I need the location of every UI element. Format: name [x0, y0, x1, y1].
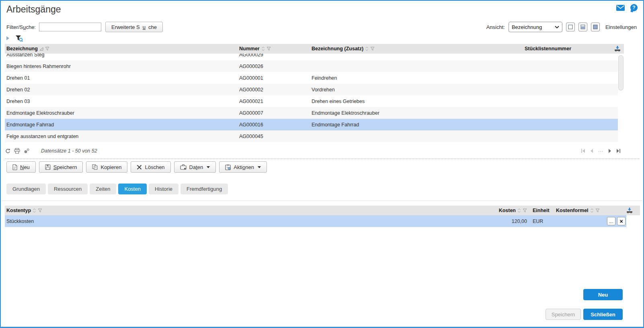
table-row[interactable]: Endmontage Elektroschrauber AG000007 End…	[5, 107, 618, 119]
page-ellipsis[interactable]: ...	[598, 147, 603, 153]
view-select[interactable]: Bezeichnung	[509, 22, 562, 32]
cell-nummer: AG000045	[239, 134, 312, 139]
cell-bezeichnung: Drehen 01	[6, 75, 239, 81]
filter-funnel-icon[interactable]	[370, 47, 375, 51]
window-icons: ?	[616, 4, 638, 11]
column-header-kostentyp[interactable]: Kostentyp	[6, 208, 479, 213]
new-button[interactable]: Neu	[6, 161, 36, 173]
scrollbar-thumb[interactable]	[618, 55, 623, 91]
settings-link[interactable]: Einstellungen	[605, 24, 637, 30]
sort-updown-icon	[517, 208, 521, 213]
filter-input[interactable]	[39, 23, 101, 31]
column-label: Kostenformel	[556, 208, 589, 213]
formula-ellipsis-button[interactable]: ...	[607, 217, 615, 225]
export-icon[interactable]	[626, 208, 633, 213]
tab-historie[interactable]: Historie	[149, 184, 178, 194]
first-page-button[interactable]	[581, 149, 585, 153]
detail-tabs: Grundlagen Ressourcen Zeiten Kosten Hist…	[6, 184, 228, 194]
clipboard-gear-icon	[225, 164, 231, 170]
tab-grundlagen[interactable]: Grundlagen	[6, 184, 46, 194]
cell-nummer: AG000021	[239, 99, 312, 104]
chevron-down-icon	[555, 26, 559, 29]
view-label: Ansicht:	[486, 24, 505, 30]
actions-menu-button[interactable]: Aktionen	[219, 161, 267, 173]
table-export-cell	[614, 46, 624, 52]
table-row[interactable]: Drehen 02 AG000002 Vordrehen	[5, 84, 618, 95]
advanced-search-button[interactable]: Erweiterte Suche	[105, 22, 163, 32]
column-header-nummer[interactable]: Nummer	[239, 46, 312, 52]
panel-new-button[interactable]: Neu	[583, 289, 623, 300]
last-page-button[interactable]	[616, 149, 621, 153]
costs-table-header: Kostentyp Kosten Einheit Kostenformel	[5, 206, 640, 215]
tab-ressourcen[interactable]: Ressourcen	[48, 184, 88, 194]
next-page-button[interactable]	[608, 149, 611, 153]
table-row[interactable]: Ausstanzen Steg AG000029	[5, 54, 618, 60]
sort-updown-icon	[33, 208, 36, 213]
filter-funnel-icon[interactable]	[267, 47, 271, 51]
clear-formula-button[interactable]: ×	[617, 217, 626, 225]
filter-funnel-icon[interactable]	[38, 208, 42, 212]
sort-updown-icon	[365, 47, 369, 51]
filter-funnel-icon[interactable]	[523, 208, 527, 212]
table-row[interactable]: Biegen hinteres Rahmenrohr AG000026	[5, 60, 618, 72]
tab-zeiten[interactable]: Zeiten	[90, 184, 116, 194]
column-label: Kostentyp	[6, 208, 31, 213]
copy-button-label: Kopieren	[100, 164, 121, 170]
view-mode-detail-button[interactable]	[591, 23, 600, 31]
delete-button[interactable]: Löschen	[131, 161, 170, 173]
table-rows: Ausstanzen Steg AG000029 Biegen hinteres…	[5, 54, 618, 142]
table-row[interactable]: Felge ausstanzen und entgraten AG000045	[5, 130, 618, 142]
vertical-scrollbar[interactable]	[618, 54, 624, 146]
cell-bezeichnung-zusatz: Vordrehen	[312, 87, 517, 93]
cost-type-cell: Stückkosten	[6, 219, 479, 224]
separator	[5, 159, 639, 159]
cell-nummer: AG000029	[239, 54, 312, 58]
column-header-stuecklistennummer[interactable]: Stücklistennummer	[517, 46, 614, 52]
cost-value-cell: 120,00	[479, 219, 527, 224]
delete-button-label: Löschen	[145, 164, 164, 170]
export-icon[interactable]	[614, 46, 621, 52]
save-icon	[45, 164, 51, 170]
mail-icon[interactable]	[616, 5, 625, 11]
cell-nummer: AG000002	[239, 87, 312, 93]
operations-table-body: Ausstanzen Steg AG000029 Biegen hinteres…	[5, 54, 624, 146]
cell-bezeichnung-zusatz: Endmontage Elektroschrauber	[312, 110, 517, 116]
gears-icon[interactable]	[24, 148, 30, 154]
column-header-kostenformel[interactable]: Kostenformel	[556, 208, 626, 213]
tab-kosten[interactable]: Kosten	[118, 184, 146, 194]
column-header-kosten[interactable]: Kosten	[479, 208, 527, 213]
column-header-bezeichnung-zusatz[interactable]: Bezeichnung (Zusatz)	[312, 46, 517, 52]
filter-search-icon[interactable]	[15, 35, 23, 42]
column-header-einheit[interactable]: Einheit	[527, 208, 556, 213]
filter-funnel-icon[interactable]	[595, 208, 600, 212]
cost-row[interactable]: Stückkosten 120,00 EUR ... ×	[5, 215, 626, 227]
view-mode-split-button[interactable]	[578, 23, 587, 31]
filter-funnel-icon[interactable]	[45, 47, 49, 51]
operations-table-header: Bezeichnung Nummer Bezeichnung (Zusatz) …	[5, 44, 624, 54]
save-button[interactable]: Speichern	[39, 161, 83, 173]
copy-button[interactable]: Kopieren	[86, 161, 127, 173]
prev-page-button[interactable]	[590, 149, 593, 153]
table-row[interactable]: Drehen 01 AG000001 Feindrehen	[5, 72, 618, 84]
x-icon	[137, 165, 142, 170]
data-menu-button[interactable]: Daten	[174, 161, 216, 173]
print-icon[interactable]	[14, 148, 20, 154]
tab-fremdfertigung[interactable]: Fremdfertigung	[180, 184, 228, 194]
record-count: Datensätze 1 - 50 von 52	[41, 148, 97, 154]
costs-table: Kostentyp Kosten Einheit Kostenformel	[5, 206, 640, 227]
help-icon[interactable]: ?	[630, 4, 638, 11]
expand-triangle-icon[interactable]	[6, 36, 9, 40]
table-row[interactable]: Drehen 03 AG000021 Drehen eines Getriebe…	[5, 95, 618, 107]
pagination: ...	[581, 149, 621, 153]
refresh-icon[interactable]	[5, 148, 10, 154]
table-export-cell	[626, 208, 640, 213]
cell-bezeichnung: Felge ausstanzen und entgraten	[6, 134, 239, 139]
layout-single-icon	[568, 25, 573, 29]
view-mode-list-button[interactable]	[566, 23, 575, 31]
column-header-bezeichnung[interactable]: Bezeichnung	[6, 46, 239, 52]
cell-bezeichnung-zusatz: Feindrehen	[312, 75, 517, 81]
panel-close-button[interactable]: Schließen	[583, 309, 623, 320]
column-label: Bezeichnung	[6, 46, 38, 52]
table-row[interactable]: Endmontage Fahrrad AG000016 Endmontage F…	[5, 119, 618, 130]
panel-save-button[interactable]: Speichern	[546, 309, 581, 320]
